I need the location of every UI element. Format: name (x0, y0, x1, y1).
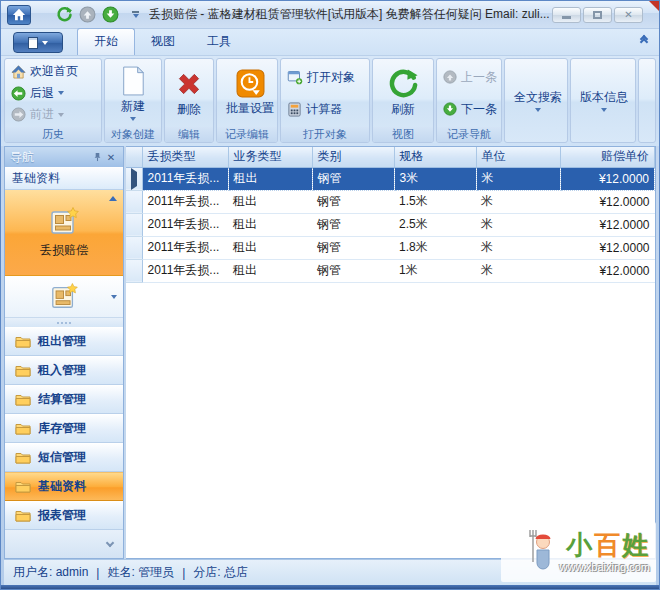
tab-view[interactable]: 视图 (135, 29, 191, 55)
new-button[interactable]: 新建 (108, 61, 158, 125)
sidebar-item-label: 结算管理 (38, 391, 86, 408)
sidebar-item-settlement[interactable]: 结算管理 (5, 385, 123, 414)
batch-settings-button[interactable]: 批量设置 (220, 61, 278, 125)
ribbon-panel-version: 版本信息 (570, 58, 636, 143)
sidebar-item-basic-data[interactable]: 基础资料 (5, 472, 123, 501)
delete-x-icon (174, 69, 204, 99)
watermark-char: 百 (594, 530, 622, 560)
back-label: 后退 (30, 85, 54, 102)
column-header-unit-price[interactable]: 赔偿单价 (560, 147, 655, 167)
table-row[interactable]: 2011年丢损... 租出 钢管 3米 米 ¥12.0000 (126, 167, 655, 190)
tab-tools[interactable]: 工具 (191, 29, 247, 55)
refresh-quick-button[interactable] (55, 5, 74, 24)
cell-unit: 米 (476, 259, 560, 282)
minimize-button[interactable] (552, 7, 581, 23)
next-record-label: 下一条 (461, 101, 497, 118)
pin-button[interactable] (90, 150, 104, 164)
form-star-icon (49, 207, 79, 237)
sidebar-item-inventory[interactable]: 库存管理 (5, 414, 123, 443)
chevron-down-icon (106, 538, 114, 546)
table-row[interactable]: 2011年丢损... 租出 钢管 1.5米 米 ¥12.0000 (126, 190, 655, 213)
previous-record-button[interactable]: 上一条 (440, 67, 498, 88)
tab-start[interactable]: 开始 (77, 28, 135, 55)
cell-category: 钢管 (312, 167, 394, 190)
fulltext-search-button[interactable]: 全文搜索 (508, 61, 568, 140)
down-quick-button[interactable] (101, 5, 120, 24)
cell-unit: 米 (476, 190, 560, 213)
open-object-button[interactable]: 打开对象 (284, 67, 366, 88)
maximize-icon (593, 11, 602, 19)
sidebar-item-reports[interactable]: 报表管理 (5, 501, 123, 530)
navigation-close-button[interactable]: ✕ (104, 150, 118, 164)
nav-splitter[interactable] (5, 318, 123, 327)
status-separator: | (182, 566, 185, 580)
ribbon-group-record-nav: 上一条 下一条 记录导航 (436, 58, 502, 143)
table-row[interactable]: 2011年丢损... 租出 钢管 1.8米 米 ¥12.0000 (126, 236, 655, 259)
version-info-button[interactable]: 版本信息 (574, 61, 634, 140)
nav-tile-label: 丢损赔偿 (40, 242, 88, 259)
cell-category: 钢管 (312, 213, 394, 236)
row-indicator (126, 190, 142, 213)
calculator-button[interactable]: 计算器 (284, 99, 366, 120)
sidebar-item-sms[interactable]: 短信管理 (5, 443, 123, 472)
forward-button[interactable]: 前进 (8, 104, 98, 125)
application-menu-button[interactable] (13, 32, 63, 53)
cell-loss-type: 2011年丢损... (142, 167, 228, 190)
chevron-down-icon (601, 108, 607, 112)
up-quick-button[interactable] (78, 5, 97, 24)
sidebar-item-rent-out[interactable]: 租出管理 (5, 327, 123, 356)
watermark-mascot-icon (526, 528, 556, 576)
column-header-category[interactable]: 类别 (312, 147, 394, 167)
calculator-icon (287, 102, 302, 117)
window-controls: ✕ (552, 7, 643, 23)
next-record-icon (443, 102, 457, 116)
next-record-button[interactable]: 下一条 (440, 99, 498, 120)
cell-loss-type: 2011年丢损... (142, 259, 228, 282)
table-row[interactable]: 2011年丢损... 租出 钢管 2.5米 米 ¥12.0000 (126, 213, 655, 236)
status-name: 姓名: 管理员 (107, 564, 174, 581)
navigation-title: 导航 (10, 149, 90, 166)
group-label-create: 对象创建 (105, 127, 161, 142)
cell-spec: 3米 (394, 167, 476, 190)
form-star-icon (50, 283, 78, 311)
nav-overflow-button[interactable] (5, 530, 123, 558)
cell-unit-price: ¥12.0000 (560, 167, 655, 190)
version-info-label: 版本信息 (580, 89, 628, 106)
sidebar-item-rent-in[interactable]: 租入管理 (5, 356, 123, 385)
quick-access-toolbar (7, 5, 139, 25)
home-icon (12, 8, 26, 21)
nav-tile-loss-compensation[interactable]: 丢损赔偿 (5, 190, 123, 276)
welcome-home-button[interactable]: 欢迎首页 (8, 61, 98, 82)
delete-label: 删除 (177, 101, 201, 118)
nav-tile-secondary[interactable] (5, 276, 123, 318)
batch-clock-icon (236, 69, 265, 98)
cell-category: 钢管 (312, 236, 394, 259)
forward-arrow-icon (11, 107, 26, 122)
cell-business-type: 租出 (228, 167, 312, 190)
quick-access-dropdown[interactable] (132, 11, 139, 18)
delete-button[interactable]: 删除 (168, 61, 210, 125)
table-row[interactable]: 2011年丢损... 租出 钢管 1米 米 ¥12.0000 (126, 259, 655, 282)
maximize-button[interactable] (583, 7, 612, 23)
column-header-unit[interactable]: 单位 (476, 147, 560, 167)
cell-unit-price: ¥12.0000 (560, 236, 655, 259)
refresh-button[interactable]: 刷新 (376, 61, 430, 125)
ribbon-collapse-button[interactable] (641, 36, 647, 42)
close-button[interactable]: ✕ (614, 7, 643, 23)
column-header-spec[interactable]: 规格 (394, 147, 476, 167)
column-header-loss-type[interactable]: 丢损类型 (142, 147, 228, 167)
chevron-down-icon (535, 108, 541, 112)
folder-icon (15, 393, 31, 406)
chevron-down-icon (58, 113, 64, 117)
cell-business-type: 租出 (228, 236, 312, 259)
back-button[interactable]: 后退 (8, 83, 98, 104)
folder-icon (15, 480, 31, 493)
grid-header-row: 丢损类型 业务类型 类别 规格 单位 赔偿单价 (126, 147, 655, 167)
scroll-up-icon[interactable] (109, 196, 117, 201)
home-button[interactable] (7, 5, 31, 25)
trial-corner-flag (649, 1, 659, 11)
minimize-icon (562, 16, 571, 19)
scroll-down-icon[interactable] (111, 295, 117, 299)
arrow-down-circle-icon (102, 6, 119, 23)
column-header-business-type[interactable]: 业务类型 (228, 147, 312, 167)
